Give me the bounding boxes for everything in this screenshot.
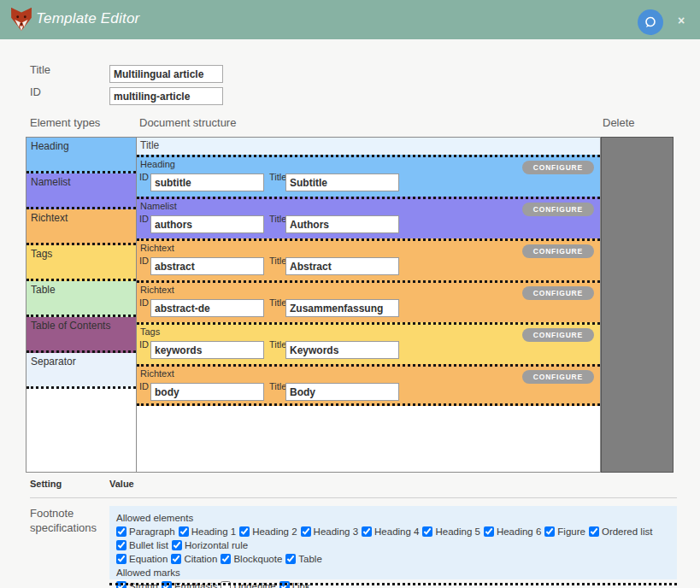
block-id-label: ID xyxy=(139,297,149,308)
block-id-label: ID xyxy=(139,172,149,182)
block-title-input[interactable] xyxy=(285,215,399,233)
checkbox-heading-2[interactable]: Heading 2 xyxy=(239,525,297,538)
checkbox-label: Ordered list xyxy=(602,526,652,537)
chat-button[interactable] xyxy=(638,9,663,35)
checkbox-figure[interactable]: Figure xyxy=(544,525,585,538)
id-field-label: ID xyxy=(30,85,41,98)
checkbox-label: Heading 1 xyxy=(191,526,236,537)
configure-button[interactable]: CONFIGURE xyxy=(522,203,594,216)
checkbox-label: Heading 4 xyxy=(374,526,419,537)
checkbox-input-heading-3[interactable] xyxy=(301,526,311,537)
checkbox-label: Heading 2 xyxy=(252,526,297,537)
checkbox-heading-3[interactable]: Heading 3 xyxy=(301,525,358,538)
block-title-label: Title xyxy=(269,381,286,391)
checkbox-heading-6[interactable]: Heading 6 xyxy=(484,525,541,538)
allowed-marks-label: Allowed marks xyxy=(116,566,670,579)
checkbox-table[interactable]: Table xyxy=(285,552,322,566)
checkbox-input-bullet-list[interactable] xyxy=(116,540,126,550)
element-type-tags[interactable]: Tags xyxy=(26,245,136,281)
block-id-input[interactable] xyxy=(150,341,264,359)
checkbox-label: Figure xyxy=(557,526,585,537)
block-title-label: Title xyxy=(269,256,286,266)
checkbox-input-figure[interactable] xyxy=(544,526,555,537)
checkbox-paragraph[interactable]: Paragraph xyxy=(116,525,175,538)
template-title-input[interactable] xyxy=(109,65,223,83)
checkbox-input-blockquote[interactable] xyxy=(221,554,231,564)
element-types-list: HeadingNamelistRichtextTagsTableTable of… xyxy=(26,137,137,473)
title-field-label: Title xyxy=(30,63,50,76)
structure-block-authors[interactable]: NamelistCONFIGUREIDTitle xyxy=(137,197,600,238)
delete-header: Delete xyxy=(603,116,635,129)
checkbox-ordered-list[interactable]: Ordered list xyxy=(589,525,652,538)
block-id-input[interactable] xyxy=(150,383,264,401)
structure-block-keywords[interactable]: TagsCONFIGUREIDTitle xyxy=(137,322,600,364)
structure-block-abstract[interactable]: RichtextCONFIGUREIDTitle xyxy=(137,238,600,280)
block-title-input[interactable] xyxy=(285,383,399,401)
block-id-label: ID xyxy=(139,214,149,224)
checkbox-label: Bullet list xyxy=(129,540,168,550)
configure-button[interactable]: CONFIGURE xyxy=(522,286,594,300)
checkbox-input-ordered-list[interactable] xyxy=(589,526,599,537)
element-type-table[interactable]: Table xyxy=(26,281,136,317)
element-type-heading[interactable]: Heading xyxy=(26,138,136,173)
delete-drop-zone[interactable] xyxy=(601,137,674,473)
checkbox-label: Heading 5 xyxy=(435,526,479,537)
settings-divider xyxy=(30,497,677,498)
app-header: Template Editor × xyxy=(0,0,700,39)
checkbox-blockquote[interactable]: Blockquote xyxy=(221,552,282,566)
checkbox-label: Paragraph xyxy=(129,526,175,537)
template-id-input[interactable] xyxy=(109,87,223,105)
block-id-input[interactable] xyxy=(150,215,264,233)
element-type-richtext[interactable]: Richtext xyxy=(26,209,136,245)
block-id-label: ID xyxy=(139,381,149,391)
element-type-separator[interactable]: Separator xyxy=(26,353,136,389)
checkbox-input-table[interactable] xyxy=(285,554,296,564)
block-title-input[interactable] xyxy=(285,299,399,317)
checkbox-input-heading-5[interactable] xyxy=(422,526,432,537)
block-title-label: Title xyxy=(269,172,286,182)
checkbox-citation[interactable]: Citation xyxy=(171,552,217,566)
document-structure-header: Document structure xyxy=(139,116,236,129)
checkbox-label: Citation xyxy=(184,554,217,564)
checkbox-label: Horizontal rule xyxy=(185,540,248,550)
configure-button[interactable]: CONFIGURE xyxy=(522,161,594,174)
block-id-label: ID xyxy=(139,339,149,350)
allowed-elements-checkboxes: ParagraphHeading 1Heading 2Heading 3Head… xyxy=(116,525,670,566)
next-setting-drop-border xyxy=(109,583,677,585)
structure-block-subtitle[interactable]: HeadingCONFIGUREIDTitle xyxy=(137,155,600,197)
checkbox-heading-4[interactable]: Heading 4 xyxy=(362,525,419,538)
speech-bubble-icon xyxy=(644,15,657,29)
block-title-input[interactable] xyxy=(285,173,399,191)
checkbox-horizontal-rule[interactable]: Horizontal rule xyxy=(172,538,248,552)
element-type-namelist[interactable]: Namelist xyxy=(26,173,136,209)
checkbox-input-heading-1[interactable] xyxy=(179,526,189,537)
footnote-specifications-label: Footnote specifications xyxy=(30,506,105,535)
document-structure-panel: Title HeadingCONFIGUREIDTitleNamelistCON… xyxy=(137,137,601,473)
close-icon[interactable]: × xyxy=(674,14,688,27)
configure-button[interactable]: CONFIGURE xyxy=(522,370,594,384)
configure-button[interactable]: CONFIGURE xyxy=(522,244,594,258)
checkbox-equation[interactable]: Equation xyxy=(116,552,168,566)
checkbox-heading-1[interactable]: Heading 1 xyxy=(179,525,236,538)
block-title-input[interactable] xyxy=(285,257,399,275)
block-title-label: Title xyxy=(269,214,286,224)
checkbox-input-citation[interactable] xyxy=(171,554,181,564)
block-id-input[interactable] xyxy=(150,257,264,275)
block-id-input[interactable] xyxy=(150,299,264,317)
checkbox-heading-5[interactable]: Heading 5 xyxy=(422,525,479,538)
structure-block-body[interactable]: RichtextCONFIGUREIDTitle xyxy=(137,364,600,406)
element-type-table-of-contents[interactable]: Table of Contents xyxy=(26,317,136,353)
checkbox-input-heading-4[interactable] xyxy=(362,526,372,537)
block-title-label: Title xyxy=(269,297,286,308)
checkbox-input-heading-2[interactable] xyxy=(239,526,250,537)
checkbox-input-horizontal-rule[interactable] xyxy=(172,540,182,550)
block-id-input[interactable] xyxy=(150,173,264,191)
checkbox-input-heading-6[interactable] xyxy=(484,526,494,537)
checkbox-label: Heading 3 xyxy=(314,526,358,537)
checkbox-input-equation[interactable] xyxy=(116,554,126,564)
structure-block-abstract-de[interactable]: RichtextCONFIGUREIDTitle xyxy=(137,280,600,322)
checkbox-input-paragraph[interactable] xyxy=(116,526,126,537)
block-title-input[interactable] xyxy=(285,341,399,359)
configure-button[interactable]: CONFIGURE xyxy=(522,328,594,342)
checkbox-bullet-list[interactable]: Bullet list xyxy=(116,538,168,552)
